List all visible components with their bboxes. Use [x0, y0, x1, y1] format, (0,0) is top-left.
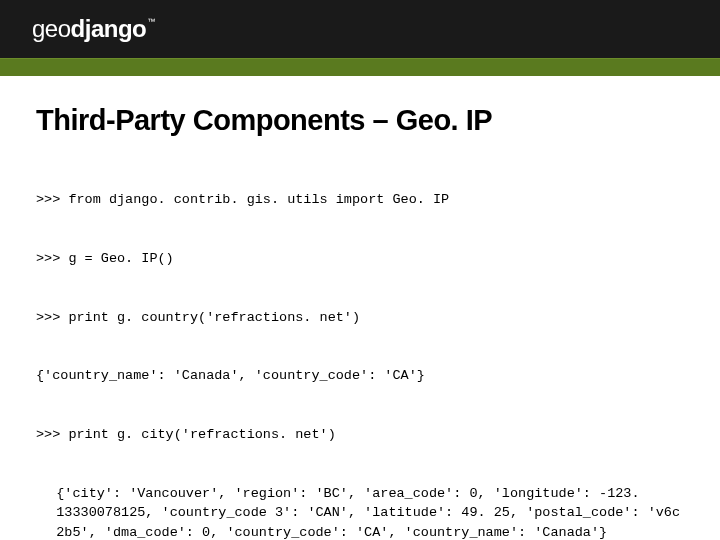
code-line: >>> print g. city('refractions. net')	[36, 425, 684, 445]
logo-django: django	[71, 15, 147, 42]
accent-bar	[0, 58, 720, 76]
code-block: >>> from django. contrib. gis. utils imp…	[36, 151, 684, 540]
header-bar: geodjango™	[0, 0, 720, 58]
code-line: >>> from django. contrib. gis. utils imp…	[36, 190, 684, 210]
logo-geo: geo	[32, 15, 71, 42]
logo-trademark: ™	[147, 17, 155, 26]
code-line: >>> print g. country('refractions. net')	[36, 308, 684, 328]
slide-title: Third-Party Components – Geo. IP	[36, 104, 684, 137]
slide-content: Third-Party Components – Geo. IP >>> fro…	[0, 76, 720, 540]
code-line: {'city': 'Vancouver', 'region': 'BC', 'a…	[36, 484, 684, 540]
logo: geodjango™	[32, 15, 154, 43]
code-line: >>> g = Geo. IP()	[36, 249, 684, 269]
code-line: {'country_name': 'Canada', 'country_code…	[36, 366, 684, 386]
